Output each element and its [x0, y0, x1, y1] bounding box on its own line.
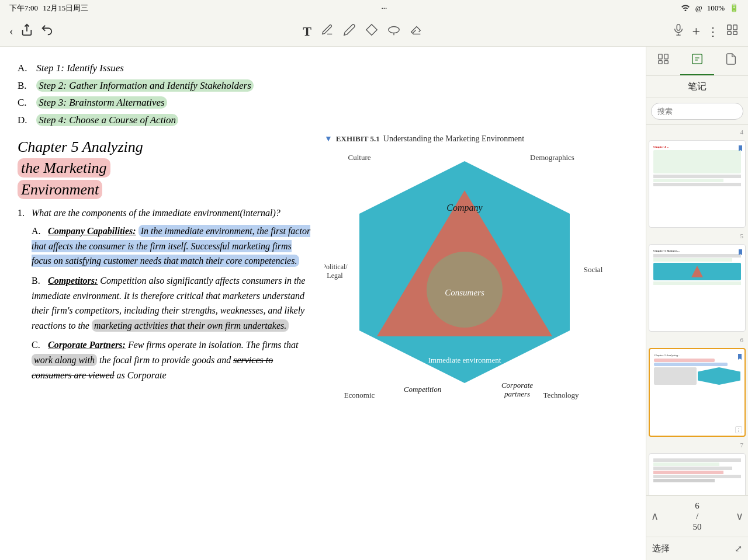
- share-button[interactable]: [20, 23, 33, 39]
- page-thumb-6[interactable]: Chapter 5 Analyzing... ⋮: [649, 348, 746, 437]
- undo-button[interactable]: [40, 23, 53, 39]
- outline-item-d: D. Step 4: Choose a Course of Action: [18, 113, 628, 128]
- sidebar-title: 笔记: [646, 76, 748, 98]
- sub-item-c-title: Corporate Partners:: [48, 340, 126, 350]
- sidebar-footer: 选择 ⤢: [646, 537, 748, 560]
- battery-percent: 100%: [707, 4, 725, 13]
- page-5-indicator: 5: [649, 231, 746, 241]
- sub-item-a-title: Company Capabilities:: [48, 226, 136, 236]
- sidebar-tab-page[interactable]: [714, 47, 748, 75]
- wifi-icon: [680, 3, 691, 13]
- search-input[interactable]: [651, 103, 743, 120]
- status-bar-left: 下午7:00 12月15日周三: [9, 3, 88, 13]
- svg-text:Immediate environment: Immediate environment: [428, 356, 501, 364]
- scroll-down-icon[interactable]: ∨: [736, 510, 743, 523]
- svg-rect-26: [659, 61, 662, 64]
- sidebar-bottom: ∧ 6 / 50 ∨: [646, 495, 748, 537]
- sidebar-pages: 4 Chapter 4 ... 5 Chapter 5 Business...: [646, 125, 748, 495]
- scroll-up-icon[interactable]: ∧: [651, 510, 659, 523]
- svg-point-0: [389, 27, 399, 33]
- page-6-indicator: 6: [649, 335, 746, 345]
- battery-icon: 🔋: [729, 4, 739, 13]
- diamond-tool-button[interactable]: [365, 23, 378, 39]
- svg-rect-24: [659, 54, 662, 59]
- lasso-button[interactable]: [387, 23, 400, 39]
- sub-item-b-title: Competitors:: [48, 276, 98, 286]
- signal-icon: @: [695, 4, 702, 13]
- sidebar-search: [646, 98, 748, 125]
- status-bar: 下午7:00 12月15日周三 ··· @ 100% 🔋: [0, 0, 748, 16]
- svg-text:Technology: Technology: [543, 391, 579, 399]
- dots-indicator: ···: [382, 4, 387, 13]
- outline-item-b: B. Step 2: Gather Information and Identi…: [18, 78, 628, 93]
- text-tool-button[interactable]: T: [303, 24, 311, 39]
- page-thumb-4[interactable]: Chapter 4 ...: [649, 140, 746, 228]
- sub-item-c-text-with: work along with: [32, 354, 97, 366]
- sidebar-tab-thumbnail[interactable]: [646, 47, 680, 75]
- sub-item-b-text-hl: marketing activities that their own firm…: [92, 319, 289, 332]
- pen1-button[interactable]: [321, 23, 334, 39]
- page-4-indicator: 4: [649, 127, 746, 137]
- svg-rect-4: [728, 32, 731, 35]
- svg-rect-25: [664, 54, 668, 59]
- svg-rect-3: [733, 25, 737, 30]
- exhibit-area: ▼ EXHIBIT 5.1 Understanding the Marketin…: [324, 134, 628, 403]
- svg-text:Social: Social: [584, 265, 603, 274]
- page-thumb-7[interactable]: ⋮: [649, 453, 746, 495]
- status-bar-right: @ 100% 🔋: [680, 3, 739, 13]
- main-layout: A. Step 1: Identify Issues B. Step 2: Ga…: [0, 47, 748, 560]
- title-highlight-marketing: the Marketing: [18, 158, 110, 178]
- svg-text:Corporate: Corporate: [501, 381, 533, 389]
- svg-rect-2: [728, 25, 731, 30]
- eraser-button[interactable]: [410, 23, 423, 39]
- total-pages: 50: [693, 521, 702, 532]
- pen2-button[interactable]: [343, 23, 356, 39]
- expand-icon[interactable]: ⤢: [735, 543, 742, 554]
- title-highlight-environment: Environment: [18, 180, 102, 199]
- sidebar: 笔记 4 Chapter 4 ... 5: [646, 47, 748, 560]
- page-7-indicator: 7: [649, 440, 746, 450]
- sidebar-tabs: [646, 47, 748, 76]
- outline-item-c: C. Step 3: Brainstorm Alternatives: [18, 95, 628, 110]
- svg-text:Demographics: Demographics: [530, 153, 574, 162]
- toolbar: ‹ T + ⋮: [0, 16, 748, 47]
- date: 12月15日周三: [43, 3, 88, 13]
- exhibit-arrow: ▼: [324, 134, 333, 144]
- page-counter: 6 / 50: [693, 500, 702, 532]
- svg-text:partners: partners: [504, 389, 530, 398]
- mic-button[interactable]: [672, 23, 685, 39]
- page-thumb-5[interactable]: Chapter 5 Business...: [649, 244, 746, 332]
- exhibit-diagram: Consumers Immediate environment Competit…: [324, 149, 605, 401]
- svg-text:Economic: Economic: [344, 391, 375, 399]
- exhibit-title: ▼ EXHIBIT 5.1 Understanding the Marketin…: [324, 134, 628, 144]
- svg-rect-27: [664, 61, 668, 64]
- outline-item-a: A. Step 1: Identify Issues: [18, 61, 628, 76]
- select-button[interactable]: 选择: [652, 543, 670, 554]
- svg-rect-1: [677, 25, 681, 30]
- back-button[interactable]: ‹: [9, 25, 13, 38]
- sub-item-c-text: Few firms operate in isolation. The firm…: [128, 340, 299, 350]
- exhibit-description: Understanding the Marketing Environment: [383, 134, 524, 144]
- exhibit-label: EXHIBIT 5.1: [336, 134, 380, 144]
- document-area: A. Step 1: Identify Issues B. Step 2: Ga…: [0, 47, 646, 560]
- time: 下午7:00: [9, 3, 38, 13]
- svg-rect-5: [733, 32, 737, 35]
- page-view-button[interactable]: [726, 23, 739, 39]
- svg-text:Culture: Culture: [348, 153, 371, 162]
- add-button[interactable]: +: [692, 23, 700, 39]
- svg-text:Legal: Legal: [327, 272, 343, 280]
- question-text: What are the components of the immediate…: [32, 208, 280, 218]
- more-button[interactable]: ⋮: [707, 25, 719, 39]
- svg-text:Consumers: Consumers: [445, 288, 484, 297]
- svg-text:Company: Company: [446, 203, 483, 213]
- svg-text:Political/: Political/: [324, 263, 348, 271]
- current-page: 6: [693, 500, 702, 511]
- outline-section: A. Step 1: Identify Issues B. Step 2: Ga…: [18, 61, 628, 127]
- sidebar-tab-notes[interactable]: [680, 47, 714, 75]
- svg-text:Competition: Competition: [404, 385, 441, 394]
